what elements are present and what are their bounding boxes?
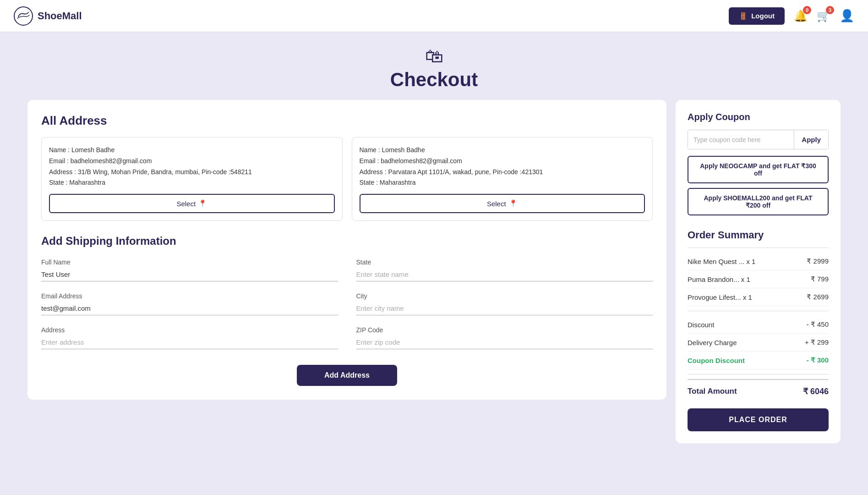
address-1-name: Name : Lomesh Badhe xyxy=(49,145,335,156)
order-divider-mid xyxy=(688,311,829,311)
logout-icon: 🚪 xyxy=(739,12,748,20)
form-left-col: Full Name Email Address Address xyxy=(41,258,338,360)
logo-text: ShoeMall xyxy=(38,10,82,22)
state-group: State xyxy=(356,258,653,281)
notifications-badge: 0 xyxy=(803,6,811,14)
city-input[interactable] xyxy=(356,302,653,315)
address-card-1: Name : Lomesh Badhe Email : badhelomesh8… xyxy=(41,137,343,221)
full-name-input[interactable] xyxy=(41,268,338,281)
location-icon-1: 📍 xyxy=(198,199,207,208)
user-avatar[interactable]: 👤 xyxy=(840,9,854,23)
address-1-address: Address : 31/B Wing, Mohan Pride, Bandra… xyxy=(49,167,335,178)
address-2-address: Address : Parvatara Apt 1101/A, wakad, p… xyxy=(360,167,645,178)
select-address-1-button[interactable]: Select 📍 xyxy=(49,194,335,213)
address-cards: Name : Lomesh Badhe Email : badhelomesh8… xyxy=(41,137,653,221)
select-address-2-button[interactable]: Select 📍 xyxy=(360,194,645,213)
shipping-form-title: Add Shipping Information xyxy=(41,235,653,248)
zip-group: ZIP Code xyxy=(356,326,653,349)
address-1-state: State : Maharashtra xyxy=(49,177,335,188)
location-icon-2: 📍 xyxy=(509,199,518,208)
coupon-offer-1-button[interactable]: Apply NEOGCAMP and get FLAT ₹300 off xyxy=(688,156,829,183)
header: ShoeMall 🚪 Logout 🔔 0 🛒 3 👤 xyxy=(0,0,868,32)
order-item-2: Puma Brandon... x 1 ₹ 799 xyxy=(688,270,829,288)
logo-area: ShoeMall xyxy=(14,6,82,26)
coupon-input-row: Apply xyxy=(688,130,829,149)
order-divider-bottom xyxy=(688,374,829,374)
apply-coupon-title: Apply Coupon xyxy=(688,112,829,122)
coupon-input[interactable] xyxy=(688,130,794,149)
checkout-icon: 🛍 xyxy=(0,46,868,66)
add-address-button[interactable]: Add Address xyxy=(297,365,397,386)
order-item-1: Nike Men Quest ... x 1 ₹ 2999 xyxy=(688,253,829,270)
order-summary-title: Order Summary xyxy=(688,229,829,241)
email-group: Email Address xyxy=(41,292,338,315)
page-title: Checkout xyxy=(0,69,868,91)
main-content: All Address Name : Lomesh Badhe Email : … xyxy=(0,100,868,462)
address-label: Address xyxy=(41,326,338,334)
all-address-title: All Address xyxy=(41,114,653,128)
shipping-form: Full Name Email Address Address State xyxy=(41,258,653,360)
zip-input[interactable] xyxy=(356,336,653,349)
city-label: City xyxy=(356,292,653,300)
logo-icon xyxy=(14,6,33,26)
order-discount-row: Discount - ₹ 450 xyxy=(688,316,829,334)
apply-coupon-button[interactable]: Apply xyxy=(794,130,828,149)
place-order-button[interactable]: PLACE ORDER xyxy=(688,408,829,431)
address-2-email: Email : badhelomesh82@gmail.com xyxy=(360,156,645,167)
coupon-offer-2-button[interactable]: Apply SHOEMALL200 and get FLAT ₹200 off xyxy=(688,188,829,215)
address-1-email: Email : badhelomesh82@gmail.com xyxy=(49,156,335,167)
city-group: City xyxy=(356,292,653,315)
right-panel: Apply Coupon Apply Apply NEOGCAMP and ge… xyxy=(676,100,841,443)
email-input[interactable] xyxy=(41,302,338,315)
full-name-group: Full Name xyxy=(41,258,338,281)
address-group: Address xyxy=(41,326,338,349)
order-item-3: Provogue Lifest... x 1 ₹ 2699 xyxy=(688,288,829,306)
order-total-row: Total Amount ₹ 6046 xyxy=(688,379,829,401)
email-label: Email Address xyxy=(41,292,338,300)
order-delivery-row: Delivery Charge + ₹ 299 xyxy=(688,334,829,352)
address-card-2: Name : Lomesh Badhe Email : badhelomesh8… xyxy=(352,137,653,221)
form-right-col: State City ZIP Code xyxy=(356,258,653,360)
page-title-section: 🛍 Checkout xyxy=(0,32,868,100)
address-input[interactable] xyxy=(41,336,338,349)
address-2-state: State : Maharashtra xyxy=(360,177,645,188)
state-input[interactable] xyxy=(356,268,653,281)
zip-label: ZIP Code xyxy=(356,326,653,334)
header-right: 🚪 Logout 🔔 0 🛒 3 👤 xyxy=(729,7,854,25)
cart-badge: 3 xyxy=(826,6,834,14)
left-panel: All Address Name : Lomesh Badhe Email : … xyxy=(27,100,666,400)
notifications-button[interactable]: 🔔 0 xyxy=(794,10,808,22)
order-coupon-discount-row: Coupon Discount - ₹ 300 xyxy=(688,352,829,369)
logout-button[interactable]: 🚪 Logout xyxy=(729,7,785,25)
order-divider-top xyxy=(688,248,829,248)
full-name-label: Full Name xyxy=(41,258,338,266)
state-label: State xyxy=(356,258,653,266)
cart-button[interactable]: 🛒 3 xyxy=(817,10,830,22)
address-2-name: Name : Lomesh Badhe xyxy=(360,145,645,156)
